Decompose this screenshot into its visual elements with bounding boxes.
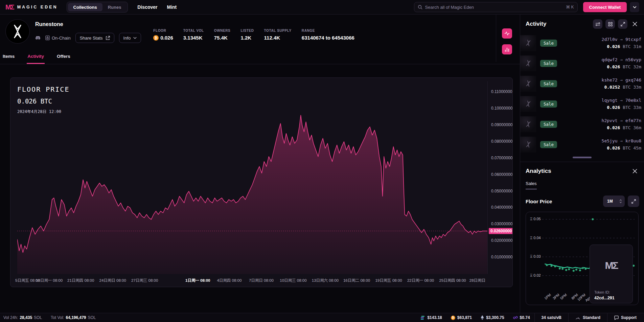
filter-sliders-icon: [595, 22, 600, 26]
volume-chart-toggle-button[interactable]: [502, 44, 512, 54]
from-address[interactable]: kshe72: [602, 77, 618, 83]
tab-offers[interactable]: Offers: [56, 54, 71, 64]
floor-price-plot[interactable]: [17, 81, 487, 274]
chart-current-price: 0.026 BTC: [17, 97, 69, 105]
x-axis-tick: 4日周四 08:00: [217, 278, 242, 283]
onchain-label: On-Chain: [52, 36, 71, 41]
activity-row[interactable]: Saleh2pvvt → efm77n0.026 BTC 36m: [520, 114, 641, 134]
activity-scrollbar[interactable]: [573, 157, 592, 158]
timeframe-value: 1M: [607, 199, 613, 204]
x-axis-tick: 7日周日 08:00: [249, 278, 274, 283]
chat-icon: [614, 316, 619, 320]
price-chart-toggle-button[interactable]: [502, 28, 512, 39]
to-address[interactable]: gxq746: [625, 77, 641, 83]
total-volume: Tot Vol:64,196,479SOL: [51, 315, 96, 320]
activity-row[interactable]: Saleqdqwf2 → n56vyp0.026 BTC 32m: [520, 53, 641, 73]
y-axis-tick: 0.03000000: [491, 222, 512, 226]
stat-label: TOTAL SUPPLY: [264, 29, 292, 32]
mini-floor-price-chart[interactable]: Ξ 0.05Ξ 0.04Ξ 0.03Ξ 0.02 1PM3PM5PM8PM10P…: [526, 212, 639, 305]
tab-items[interactable]: Items: [2, 54, 15, 64]
stat-value: 1.2K: [240, 35, 254, 41]
stat-value-text: 75.4K: [214, 35, 228, 41]
collection-stat: TOTAL VOL3.1345K: [183, 29, 204, 51]
wallet-menu-chevron-button[interactable]: [630, 2, 639, 12]
from-address[interactable]: qdqwf2: [602, 57, 618, 62]
amount-currency: BTC: [620, 85, 633, 90]
from-address[interactable]: h2pvvt: [602, 118, 618, 123]
mini-chart-expand-button[interactable]: [628, 196, 639, 207]
transfer-addresses: 2d7l0v → 9tcxpf: [602, 37, 641, 42]
expand-arrows-icon: [631, 199, 636, 204]
x-axis-tick: 25日周四 08:00: [439, 278, 466, 283]
btc-icon: ₿: [153, 35, 159, 41]
search-input[interactable]: [425, 5, 564, 10]
connect-wallet-button[interactable]: Connect Wallet: [583, 2, 627, 12]
stat-label: LISTED: [240, 29, 254, 32]
time-ago: 33m: [634, 85, 641, 90]
amount-currency: BTC: [620, 44, 633, 49]
activity-expand-button[interactable]: [618, 19, 627, 29]
activity-row[interactable]: Sale2d7l0v → 9tcxpf0.026 BTC 31m: [520, 33, 641, 53]
collection-stat: RANGE63140674 to 64543066: [302, 29, 354, 51]
chart-title: FLOOR PRICE: [17, 85, 69, 93]
amount-value: 0.0252: [604, 85, 620, 90]
nft-thumbnail: [520, 116, 536, 132]
brand-wordmark: MAGIC EDEN: [17, 5, 58, 9]
transfer-addresses: 5e5jyu → kr8uu8: [602, 138, 641, 143]
sale-amount: 0.026 BTC 45m: [602, 145, 641, 151]
activity-row[interactable]: Sale5e5jyu → kr8uu80.026 BTC 45m: [520, 134, 641, 155]
magic-eden-logo[interactable]: MΣ MAGIC EDEN: [5, 3, 58, 11]
timeframe-select[interactable]: 1M: [603, 196, 625, 207]
info-dropdown-button[interactable]: Info: [119, 33, 141, 43]
sale-amount: 0.026 BTC 32m: [602, 64, 641, 69]
x-axis-tick: 18日周一 08:00: [36, 278, 63, 283]
to-address[interactable]: kr8uu8: [625, 138, 641, 143]
toggle-collections[interactable]: Collections: [68, 3, 102, 11]
collection-title: Runestone: [35, 21, 141, 27]
sale-amount: 0.026 BTC 36m: [602, 125, 641, 130]
fee-speed[interactable]: Standard: [568, 313, 607, 322]
activity-grid-view-button[interactable]: [605, 19, 615, 29]
bar-chart-icon: [505, 47, 509, 52]
x-axis-tick: 21日周四 08:00: [67, 278, 94, 283]
collection-stat: LISTED1.2K: [240, 29, 254, 51]
toggle-runes[interactable]: Runes: [102, 3, 127, 11]
from-address[interactable]: 5e5jyu: [602, 138, 618, 143]
floor-price-data-point: [559, 268, 561, 270]
discord-icon[interactable]: [35, 36, 41, 40]
time-ago: 32m: [634, 64, 641, 69]
runestone-logo-icon: [10, 24, 25, 39]
activity-close-button[interactable]: [630, 20, 639, 28]
share-stats-button[interactable]: Share Stats: [75, 33, 114, 43]
to-address[interactable]: n56vyp: [625, 57, 641, 62]
floor-price-data-point: [550, 265, 552, 267]
global-search-box[interactable]: ⌘ K: [414, 2, 578, 12]
activity-row[interactable]: Salekshe72 → gxq7460.0252 BTC 33m: [520, 73, 641, 94]
arrow-right-icon: →: [618, 138, 625, 143]
chart-y-axis: 0.110000000.100000000.090000000.08000000…: [487, 81, 512, 274]
collection-stat: TOTAL SUPPLY112.4K: [264, 29, 292, 51]
chevron-down-icon: [633, 6, 637, 8]
mini-y-axis-tick: Ξ 0.04: [530, 236, 541, 240]
from-address[interactable]: 2d7l0v: [602, 37, 618, 42]
floor-price-data-point: [554, 266, 556, 268]
collection-avatar[interactable]: [5, 19, 30, 44]
activity-filter-button[interactable]: [593, 19, 602, 29]
magic-eden-watermark-icon: MΣ: [590, 260, 632, 271]
analytics-close-button[interactable]: [630, 167, 639, 176]
to-address[interactable]: efm77n: [625, 118, 641, 123]
nav-mint[interactable]: Mint: [167, 4, 177, 10]
arrow-right-icon: →: [618, 118, 625, 123]
nav-discover[interactable]: Discover: [137, 4, 157, 10]
activity-row[interactable]: Salelqyngt → 70e8xl0.026 BTC 33m: [520, 94, 641, 114]
external-link-icon: [106, 36, 110, 40]
tab-sales[interactable]: Sales: [526, 181, 537, 189]
support-link[interactable]: Support: [607, 313, 643, 322]
tab-activity[interactable]: Activity: [27, 54, 45, 64]
to-address[interactable]: 9tcxpf: [625, 37, 641, 42]
onchain-lock-icon: [45, 36, 50, 40]
status-bar: Vol 24h:28,435SOL Tot Vol:64,196,479SOL …: [0, 313, 644, 322]
to-address[interactable]: 70e8xl: [625, 98, 641, 103]
from-address[interactable]: lqyngt: [602, 98, 618, 103]
floor-price-data-point: [565, 269, 567, 271]
